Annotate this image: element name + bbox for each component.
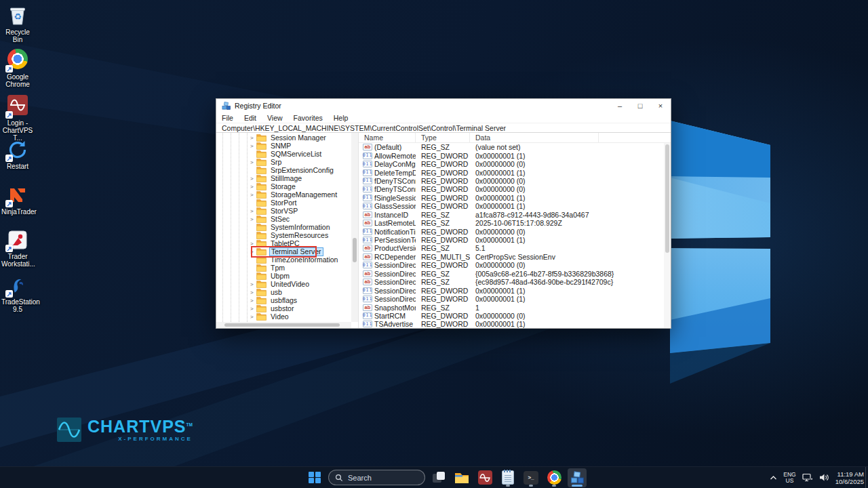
tree-item-video[interactable]: > Video [216, 312, 358, 321]
menu-item-view[interactable]: View [267, 114, 283, 122]
tree-item-stillimage[interactable]: > StillImage [216, 174, 358, 182]
registry-value-row[interactable]: 011SessionDirectory...REG_DWORD0x0000000… [359, 286, 664, 294]
tree-item-storport[interactable]: StorPort [216, 199, 358, 207]
registry-value-row[interactable]: abSessionDirectory...REG_SZ{005a9c68-e21… [359, 270, 664, 278]
terminal-button[interactable]: >_ [521, 468, 540, 487]
task-view-button[interactable] [429, 468, 448, 487]
tree-item-ubpm[interactable]: Ubpm [216, 272, 358, 280]
column-header-name[interactable]: Name [359, 133, 416, 142]
registry-value-row[interactable]: 011TSAdvertiseREG_DWORD0x00000001 (1) [359, 320, 664, 328]
expand-chevron-icon[interactable]: > [250, 281, 256, 287]
registry-value-row[interactable]: abInstanceIDREG_SZa1fca878-c912-4443-9d8… [359, 211, 664, 219]
tree-item-storagemanagement[interactable]: > StorageManagement [216, 190, 358, 199]
registry-value-row[interactable]: 011fDenyTSConnec...REG_DWORD0x00000000 (… [359, 185, 664, 193]
registry-value-row[interactable]: 011DelayConMgrTi...REG_DWORD0x00000000 (… [359, 160, 664, 168]
expand-chevron-icon[interactable]: > [250, 314, 256, 320]
expand-chevron-icon[interactable]: > [250, 208, 256, 214]
registry-value-row[interactable]: abLastRemoteLog...REG_SZ2025-10-06T15:17… [359, 219, 664, 227]
column-header-data[interactable]: Data [470, 133, 599, 142]
registry-value-row[interactable]: 011NotificationTim...REG_DWORD0x00000000… [359, 227, 664, 235]
registry-value-row[interactable]: abSessionDirectory...REG_SZ{ec98d957-48a… [359, 278, 664, 286]
tree-item-systemresources[interactable]: SystemResources [216, 231, 358, 239]
scrollbar-thumb[interactable] [353, 238, 357, 262]
desktop-icon-trader-workstation[interactable]: Trader Workstati... [1, 228, 34, 268]
clock[interactable]: 11:19 AM 10/6/2025 [835, 470, 864, 485]
expand-chevron-icon[interactable]: > [250, 216, 256, 222]
list-vertical-scrollbar[interactable] [664, 143, 671, 328]
close-button[interactable]: × [650, 99, 671, 113]
scrollbar-thumb[interactable] [224, 323, 340, 327]
menu-item-edit[interactable]: Edit [244, 114, 256, 122]
registry-value-row[interactable]: 011fDenyTSConnec...REG_DWORD0x00000000 (… [359, 177, 664, 185]
tree-horizontal-scrollbar[interactable] [216, 322, 351, 328]
desktop-icon-restart[interactable]: Restart [1, 138, 34, 170]
tree-item-srp[interactable]: > Srp [216, 158, 358, 166]
desktop-icon-ninjatrader[interactable]: NinjaTrader [1, 184, 34, 216]
tree-item-usbflags[interactable]: > usbflags [216, 296, 358, 304]
registry-tree-pane[interactable]: > Session Manager> SNMP SQMServiceList> … [216, 133, 359, 328]
network-icon[interactable] [802, 473, 813, 482]
language-indicator[interactable]: ENG US [783, 472, 795, 484]
menu-item-favorites[interactable]: Favorites [294, 114, 323, 122]
expand-chevron-icon[interactable]: > [250, 176, 256, 182]
tree-item-unitedvideo[interactable]: > UnitedVideo [216, 280, 358, 288]
tree-item-session-manager[interactable]: > Session Manager [216, 134, 358, 142]
registry-editor-button[interactable] [568, 468, 587, 487]
desktop-icon-recycle-bin[interactable]: ♻ Recycle Bin [1, 4, 34, 43]
registry-value-row[interactable]: 011GlassSessionIdREG_DWORD0x00000001 (1) [359, 202, 664, 210]
tree-item-tpm[interactable]: Tpm [216, 264, 358, 272]
registry-value-row[interactable]: ab(Default)REG_SZ(value not set) [359, 143, 664, 151]
registry-value-row[interactable]: 011SessionDirectory...REG_DWORD0x0000000… [359, 261, 664, 269]
tree-item-storvsp[interactable]: > StorVSP [216, 207, 358, 215]
expand-chevron-icon[interactable]: > [250, 298, 256, 304]
title-bar[interactable]: Registry Editor – □ × [216, 99, 671, 113]
chrome-button[interactable] [545, 468, 564, 487]
tree-vertical-scrollbar[interactable] [351, 133, 358, 322]
registry-value-row[interactable]: 011SessionDirectory...REG_DWORD0x0000000… [359, 295, 664, 303]
expand-chevron-icon[interactable]: > [250, 306, 256, 312]
registry-value-row[interactable]: 011StartRCMREG_DWORD0x00000000 (0) [359, 312, 664, 320]
minimize-button[interactable]: – [610, 99, 630, 113]
tree-item-srpextensionconfig[interactable]: SrpExtensionConfig [216, 166, 358, 174]
expand-chevron-icon[interactable]: > [250, 143, 256, 149]
expand-chevron-icon[interactable]: > [250, 135, 256, 141]
registry-value-row[interactable]: 011DeleteTempDirs...REG_DWORD0x00000001 … [359, 168, 664, 176]
desktop-icon-login-chartvps[interactable]: Login - ChartVPS T... [1, 94, 34, 142]
tree-item-storage[interactable]: > Storage [216, 182, 358, 190]
expand-chevron-icon[interactable]: > [250, 289, 256, 296]
column-header-type[interactable]: Type [416, 133, 470, 142]
desktop-icon-google-chrome[interactable]: Google Chrome [1, 47, 34, 88]
menu-item-help[interactable]: Help [334, 114, 349, 122]
desktop-icon-tradestation[interactable]: TradeStation 9.5 [1, 274, 34, 313]
tree-item-snmp[interactable]: > SNMP [216, 142, 358, 150]
menu-item-file[interactable]: File [222, 114, 233, 122]
tree-item-usb[interactable]: > usb [216, 288, 358, 296]
registry-value-row[interactable]: 011fSingleSessionP...REG_DWORD0x00000001… [359, 194, 664, 202]
chartvps-app-button[interactable] [475, 468, 494, 487]
tree-item-sqmservicelist[interactable]: SQMServiceList [216, 150, 358, 158]
expand-chevron-icon[interactable]: > [250, 159, 256, 165]
registry-value-row[interactable]: 011PerSessionTemp...REG_DWORD0x00000001 … [359, 236, 664, 244]
registry-value-row[interactable]: 011AllowRemoteRPCREG_DWORD0x00000001 (1) [359, 151, 664, 159]
show-desktop-button[interactable] [865, 467, 868, 488]
tree-item-systeminformation[interactable]: SystemInformation [216, 223, 358, 231]
scrollbar-thumb[interactable] [665, 144, 669, 253]
notepad-button[interactable] [498, 468, 517, 487]
registry-value-row[interactable]: abRCDependentSe...REG_MULTI_SZCertPropSv… [359, 253, 664, 261]
registry-values-pane[interactable]: Name Type Data ab(Default)REG_SZ(value n… [359, 133, 671, 328]
tray-chevron-up-icon[interactable] [770, 475, 777, 481]
address-bar[interactable]: Computer\HKEY_LOCAL_MACHINE\SYSTEM\Curre… [216, 123, 671, 133]
start-button[interactable] [305, 468, 324, 487]
value-type: REG_DWORD [416, 236, 470, 244]
value-name: fDenyTSConnec... [374, 177, 416, 185]
file-explorer-button[interactable] [452, 468, 471, 487]
expand-chevron-icon[interactable]: > [250, 184, 256, 190]
search-box[interactable]: Search [328, 470, 425, 485]
registry-value-row[interactable]: abProductVersionREG_SZ5.1 [359, 244, 664, 252]
maximize-button[interactable]: □ [630, 99, 650, 113]
registry-value-row[interactable]: abSnapshotMonit...REG_SZ1 [359, 303, 664, 311]
tree-item-usbstor[interactable]: > usbstor [216, 304, 358, 312]
tree-item-stsec[interactable]: > StSec [216, 215, 358, 223]
expand-chevron-icon[interactable]: > [250, 192, 256, 198]
volume-icon[interactable] [819, 473, 829, 482]
